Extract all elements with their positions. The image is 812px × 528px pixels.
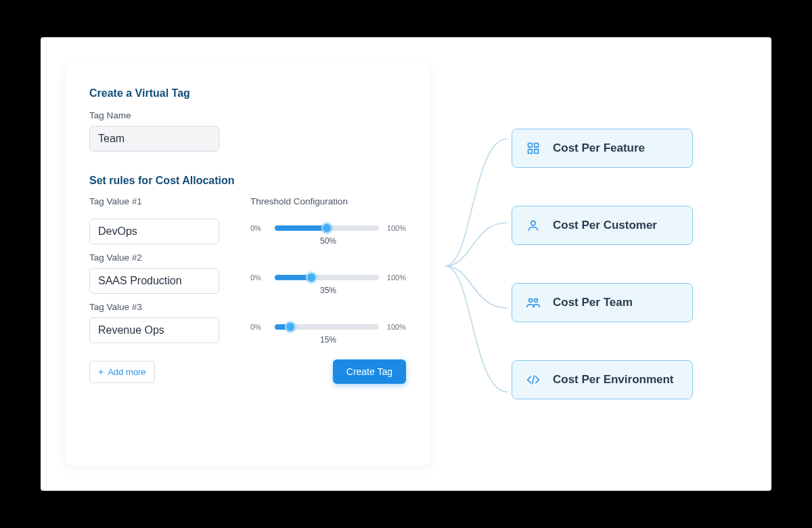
- slider-max-label: 100%: [384, 273, 406, 282]
- threshold-header: Threshold Configuration: [250, 196, 406, 206]
- chip-cost-per-environment[interactable]: Cost Per Environment: [512, 360, 693, 399]
- svg-line-7: [532, 375, 534, 384]
- tag-value-2-label: Tag Value #2: [89, 252, 406, 263]
- svg-rect-2: [528, 150, 533, 154]
- tag-value-1-label: Tag Value #1: [89, 196, 250, 206]
- svg-point-6: [534, 299, 537, 302]
- slider-thumb[interactable]: [285, 322, 296, 332]
- create-tag-button[interactable]: Create Tag: [333, 359, 406, 384]
- slider-track[interactable]: [275, 225, 379, 231]
- form-title: Create a Virtual Tag: [89, 87, 406, 100]
- tag-name-input[interactable]: [89, 126, 219, 152]
- chip-cost-per-customer[interactable]: Cost Per Customer: [512, 206, 693, 245]
- slider-value-3: 15%: [250, 335, 406, 345]
- chip-label: Cost Per Feature: [553, 141, 645, 155]
- slider-fill: [275, 225, 327, 231]
- threshold-slider-1[interactable]: 0% 100%: [250, 224, 406, 232]
- team-icon: [526, 295, 541, 310]
- chip-label: Cost Per Team: [553, 296, 633, 309]
- rule-row: 0% 100% 50%: [89, 219, 406, 246]
- slider-value-1: 50%: [250, 236, 406, 246]
- threshold-slider-2[interactable]: 0% 100%: [250, 273, 406, 282]
- code-icon: [526, 372, 541, 387]
- user-icon: [526, 218, 541, 233]
- svg-rect-3: [535, 150, 539, 154]
- slider-track[interactable]: [275, 275, 379, 280]
- threshold-slider-3[interactable]: 0% 100%: [250, 323, 406, 331]
- tag-value-2-input[interactable]: [89, 268, 219, 294]
- slider-thumb[interactable]: [321, 223, 332, 234]
- chip-label: Cost Per Environment: [553, 373, 674, 387]
- add-more-label: Add more: [108, 367, 145, 377]
- slider-thumb[interactable]: [306, 272, 317, 283]
- svg-point-5: [529, 299, 533, 302]
- chip-cost-per-feature[interactable]: Cost Per Feature: [512, 129, 693, 168]
- slider-min-label: 0%: [250, 323, 269, 331]
- slider-max-label: 100%: [384, 323, 406, 331]
- slider-value-2: 35%: [250, 286, 406, 295]
- rules-title: Set rules for Cost Allocation: [89, 175, 406, 187]
- slider-min-label: 0%: [250, 224, 269, 232]
- slider-min-label: 0%: [250, 273, 269, 282]
- app-stage: Create a Virtual Tag Tag Name Set rules …: [41, 37, 771, 491]
- cost-dimensions-panel: Cost Per Feature Cost Per Customer Cost …: [430, 63, 747, 465]
- grid-icon: [526, 141, 541, 156]
- rule-row: Tag Value #2 0% 100% 35%: [89, 252, 406, 295]
- svg-rect-0: [528, 144, 533, 148]
- plus-icon: +: [98, 367, 104, 376]
- slider-track[interactable]: [275, 324, 379, 330]
- connector-lines: [445, 63, 526, 469]
- chip-cost-per-team[interactable]: Cost Per Team: [512, 283, 693, 322]
- svg-rect-1: [535, 144, 539, 148]
- tag-name-label: Tag Name: [89, 110, 406, 120]
- tag-value-1-input[interactable]: [89, 219, 219, 244]
- chip-label: Cost Per Customer: [553, 219, 657, 232]
- svg-point-4: [531, 221, 536, 225]
- rule-row: Tag Value #3 0% 100% 15%: [89, 302, 406, 345]
- tag-value-3-input[interactable]: [89, 317, 219, 343]
- slider-max-label: 100%: [384, 224, 406, 232]
- form-actions: + Add more Create Tag: [89, 359, 406, 384]
- tag-value-3-label: Tag Value #3: [89, 302, 406, 312]
- rules-header-row: Tag Value #1 Threshold Configuration: [89, 196, 406, 212]
- add-more-button[interactable]: + Add more: [89, 361, 155, 383]
- virtual-tag-form: Create a Virtual Tag Tag Name Set rules …: [65, 63, 430, 465]
